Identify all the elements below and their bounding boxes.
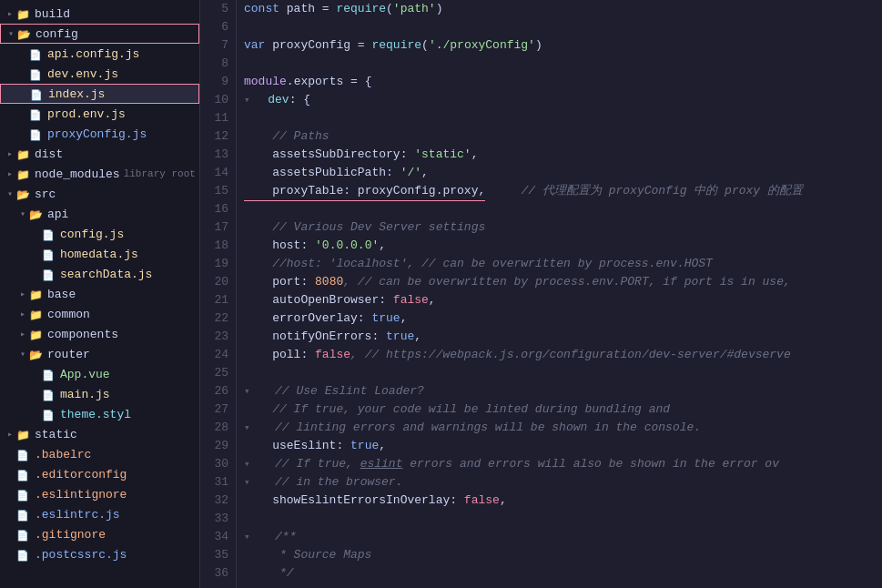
val-true2: true (386, 328, 414, 346)
eslintrc-label: .eslintrc.js (35, 508, 120, 522)
sidebar-item-prod-env-js[interactable]: prod.env.js (0, 104, 199, 124)
fold-10[interactable]: ▾ (244, 91, 250, 109)
code-line-35: * Source Maps (244, 546, 882, 564)
folder-common-icon: 📁 (29, 309, 44, 319)
sidebar-item-api[interactable]: 📂 api (0, 204, 199, 224)
punct-comma7: , (414, 328, 421, 346)
sidebar-item-babelrc[interactable]: .babelrc (0, 444, 199, 464)
prod-env-label: prod.env.js (47, 107, 126, 121)
config-label: config (35, 27, 78, 41)
code-editor[interactable]: 5 6 7 8 9 10 11 12 13 14 15 16 17 18 19 … (200, 0, 882, 588)
sidebar-item-config-js[interactable]: config.js (0, 224, 199, 244)
fn-require2: require (371, 36, 421, 55)
sidebar-item-build[interactable]: 📁 build (0, 4, 199, 24)
fold-28[interactable]: ▾ (244, 419, 250, 437)
comment-jsdoc-close: */ (244, 564, 294, 583)
str-host: '0.0.0.0' (315, 237, 379, 255)
sidebar-item-eslintrc-js[interactable]: .eslintrc.js (0, 504, 199, 524)
file-icon-editorconfig (16, 469, 31, 480)
sidebar-item-dist[interactable]: 📁 dist (0, 144, 199, 164)
sidebar-item-postcssrc-js[interactable]: .postcssrc.js (0, 544, 199, 564)
punct-eq2: = (358, 36, 372, 55)
punct-c2: : (400, 146, 415, 164)
code-line-28: ▾ // linting errors and warnings will be… (244, 419, 882, 437)
code-line-10: ▾ dev : { (244, 91, 882, 109)
punct-c12: : (450, 492, 464, 510)
punct-comma5: , (429, 291, 436, 309)
ln-20: 20 (208, 273, 228, 291)
code-line-26: ▾ // Use Eslint Loader? (244, 382, 882, 400)
ln-11: 11 (208, 109, 228, 127)
ln-36: 36 (208, 564, 228, 583)
sidebar-item-config[interactable]: 📂 config (0, 24, 199, 44)
ln-17: 17 (208, 218, 228, 237)
code-line-16 (244, 200, 882, 218)
code-content[interactable]: const path = require ( 'path' ) var prox… (237, 0, 882, 588)
code-line-11 (244, 109, 882, 127)
sidebar-item-dev-env-js[interactable]: dev.env.js (0, 64, 199, 84)
fold-34[interactable]: ▾ (244, 528, 250, 546)
ln-6: 6 (208, 18, 228, 36)
punct-c9: : (371, 328, 386, 346)
sidebar-item-node-modules[interactable]: 📁 node_modules library root (0, 164, 199, 184)
punct-p2: ) (436, 0, 443, 18)
code-line-19: //host: 'localhost', // can be overwritt… (244, 255, 882, 273)
sidebar-item-main-js[interactable]: main.js (0, 384, 199, 404)
prop-exports: exports (294, 73, 350, 91)
code-line-29: useEslint : true , (244, 437, 882, 455)
comment-iftrue2: // If true, eslint errors and errors wil… (254, 455, 779, 473)
chevron-node-modules-icon (4, 168, 16, 179)
sidebar-item-index-js[interactable]: index.js (0, 84, 199, 104)
sidebar-item-base[interactable]: 📁 base (0, 284, 199, 304)
sidebar-item-src[interactable]: 📂 src (0, 184, 199, 204)
file-icon-app-vue (42, 369, 56, 380)
sidebar-item-theme-styl[interactable]: theme.styl (0, 404, 199, 424)
code-line-18: host : '0.0.0.0' , (244, 237, 882, 255)
sidebar-item-router[interactable]: 📂 router (0, 344, 199, 364)
val-false1: false (393, 291, 429, 309)
sidebar-item-app-vue[interactable]: App.vue (0, 364, 199, 384)
punct-comma1: , (471, 146, 479, 164)
code-line-22: errorOverlay : true , (244, 309, 882, 328)
fold-31[interactable]: ▾ (244, 473, 250, 492)
folder-router-icon: 📂 (29, 349, 44, 360)
proxyconfig-label: proxyConfig.js (47, 127, 147, 141)
sidebar-item-components[interactable]: 📁 components (0, 324, 199, 344)
punct-c6: : (300, 273, 315, 291)
punct-comma2: , (421, 164, 429, 182)
file-icon-eslintignore (16, 489, 31, 500)
code-line-9: module . exports = { (244, 73, 882, 91)
code-line-24: poll : false , // https://webpack.js.org… (244, 346, 882, 364)
folder-dist-icon: 📁 (16, 148, 31, 159)
prop-useeslint: useEslint (244, 437, 336, 455)
folder-src-icon: 📂 (16, 188, 31, 199)
chevron-dist-icon (4, 148, 16, 159)
punct-eq3: = { (350, 73, 371, 91)
sidebar-item-homedata-js[interactable]: homedata.js (0, 244, 199, 264)
code-line-6 (244, 18, 882, 36)
folder-base-icon: 📁 (29, 289, 44, 299)
sidebar-item-gitignore[interactable]: .gitignore (0, 524, 199, 544)
code-line-36: */ (244, 564, 882, 583)
ln-25: 25 (208, 364, 228, 382)
fold-26[interactable]: ▾ (244, 382, 250, 400)
sidebar-item-editorconfig[interactable]: .editorconfig (0, 464, 199, 484)
key-dev: dev (254, 91, 289, 109)
sidebar-item-common[interactable]: 📁 common (0, 304, 199, 324)
comment-jsdoc-open: /** (254, 528, 297, 546)
sidebar-item-static[interactable]: 📁 static (0, 424, 199, 444)
ln-35: 35 (208, 546, 228, 564)
prop-assetspublic: assetsPublicPath (244, 164, 386, 182)
sidebar-item-proxyconfig-js[interactable]: proxyConfig.js (0, 124, 199, 144)
fold-30[interactable]: ▾ (244, 455, 250, 473)
sidebar-item-api-config-js[interactable]: api.config.js (0, 44, 199, 64)
sidebar-item-searchdata-js[interactable]: searchData.js (0, 264, 199, 284)
punct-comma6: , (400, 309, 408, 328)
punct-c7: : (379, 291, 393, 309)
file-explorer[interactable]: 📁 build 📂 config api.config.js dev.env.j… (0, 0, 200, 588)
file-icon-searchdata (42, 269, 56, 279)
comment-proxy: // 代理配置为 proxyConfig 中的 proxy 的配置 (492, 182, 803, 200)
chevron-build-icon (4, 8, 16, 19)
sidebar-item-eslintignore[interactable]: .eslintignore (0, 484, 199, 504)
val-true3: true (350, 437, 379, 455)
